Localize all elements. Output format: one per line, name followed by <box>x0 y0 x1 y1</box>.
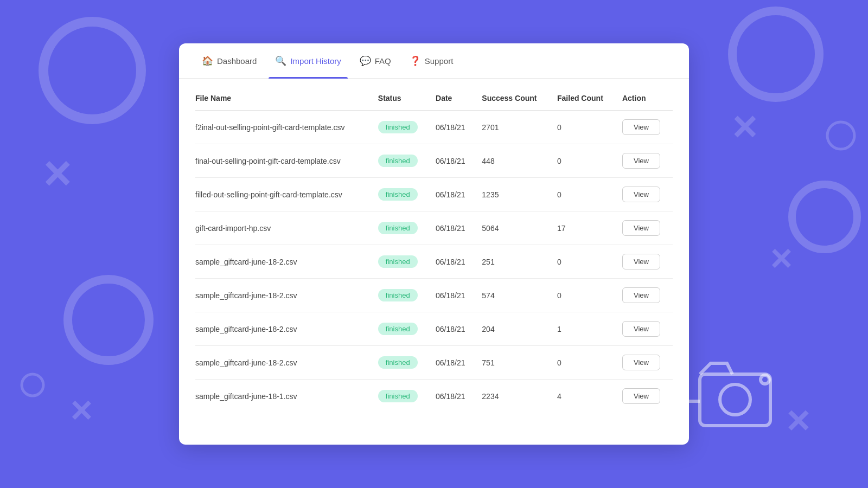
svg-rect-8 <box>700 374 770 426</box>
tab-import-history-icon: 🔍 <box>275 55 286 67</box>
cell-action: View <box>617 245 673 279</box>
cell-status: finished <box>373 346 430 380</box>
col-header-status: Status <box>373 84 430 111</box>
cell-failed-count: 0 <box>552 111 617 144</box>
table-row: f2inal-out-selling-point-gift-card-templ… <box>195 111 673 144</box>
svg-text:×: × <box>43 146 72 200</box>
col-header-failed_count: Failed Count <box>552 84 617 111</box>
status-badge: finished <box>378 255 418 268</box>
col-header-date: Date <box>430 84 476 111</box>
svg-point-4 <box>732 11 819 98</box>
svg-point-10 <box>761 375 769 384</box>
cell-success-count: 2234 <box>476 380 552 413</box>
tab-import-history[interactable]: 🔍Import History <box>269 43 347 79</box>
cell-status: finished <box>373 245 430 279</box>
tab-faq[interactable]: 💬FAQ <box>353 43 398 79</box>
table-row: final-out-selling-point-gift-card-templa… <box>195 144 673 178</box>
view-button[interactable]: View <box>622 187 660 202</box>
svg-point-0 <box>43 22 141 119</box>
table-row: sample_giftcard-june-18-2.csvfinished06/… <box>195 346 673 380</box>
view-button[interactable]: View <box>622 287 660 303</box>
table-row: sample_giftcard-june-18-2.csvfinished06/… <box>195 279 673 312</box>
import-history-table: File NameStatusDateSuccess CountFailed C… <box>195 84 673 413</box>
main-card: 🏠Dashboard🔍Import History💬FAQ❓Support Fi… <box>179 43 689 445</box>
col-header-filename: File Name <box>195 84 373 111</box>
svg-point-17 <box>827 122 854 149</box>
cell-status: finished <box>373 279 430 312</box>
cell-status: finished <box>373 178 430 211</box>
svg-text:×: × <box>787 397 810 442</box>
tab-navigation: 🏠Dashboard🔍Import History💬FAQ❓Support <box>179 43 689 79</box>
tab-support[interactable]: ❓Support <box>403 43 460 79</box>
cell-filename: sample_giftcard-june-18-2.csv <box>195 312 373 346</box>
svg-text:×: × <box>71 389 93 431</box>
col-header-action: Action <box>617 84 673 111</box>
cell-success-count: 751 <box>476 346 552 380</box>
view-button[interactable]: View <box>622 119 660 135</box>
cell-failed-count: 0 <box>552 144 617 178</box>
table-header: File NameStatusDateSuccess CountFailed C… <box>195 84 673 111</box>
status-badge: finished <box>378 323 418 335</box>
cell-success-count: 251 <box>476 245 552 279</box>
cell-action: View <box>617 111 673 144</box>
cell-action: View <box>617 144 673 178</box>
view-button[interactable]: View <box>622 388 660 404</box>
cell-filename: sample_giftcard-june-18-2.csv <box>195 346 373 380</box>
cell-date: 06/18/21 <box>430 380 476 413</box>
header-row: File NameStatusDateSuccess CountFailed C… <box>195 84 673 111</box>
cell-failed-count: 0 <box>552 178 617 211</box>
status-badge: finished <box>378 356 418 369</box>
table-body: f2inal-out-selling-point-gift-card-templ… <box>195 111 673 413</box>
cell-date: 06/18/21 <box>430 211 476 245</box>
svg-point-2 <box>68 279 149 361</box>
cell-filename: sample_giftcard-june-18-1.csv <box>195 380 373 413</box>
cell-filename: final-out-selling-point-gift-card-templa… <box>195 144 373 178</box>
status-badge: finished <box>378 121 418 133</box>
cell-action: View <box>617 178 673 211</box>
table-row: sample_giftcard-june-18-2.csvfinished06/… <box>195 312 673 346</box>
cell-success-count: 204 <box>476 312 552 346</box>
view-button[interactable]: View <box>622 153 660 169</box>
status-badge: finished <box>378 155 418 167</box>
cell-date: 06/18/21 <box>430 346 476 380</box>
table-row: sample_giftcard-june-18-1.csvfinished06/… <box>195 380 673 413</box>
tab-dashboard[interactable]: 🏠Dashboard <box>195 43 263 79</box>
cell-action: View <box>617 211 673 245</box>
cell-date: 06/18/21 <box>430 178 476 211</box>
view-button[interactable]: View <box>622 321 660 337</box>
cell-status: finished <box>373 312 430 346</box>
table-row: sample_giftcard-june-18-2.csvfinished06/… <box>195 245 673 279</box>
cell-failed-count: 0 <box>552 279 617 312</box>
tab-faq-label: FAQ <box>375 56 391 66</box>
tab-dashboard-label: Dashboard <box>217 56 257 66</box>
cell-date: 06/18/21 <box>430 245 476 279</box>
status-badge: finished <box>378 289 418 301</box>
tab-support-label: Support <box>425 56 454 66</box>
cell-failed-count: 17 <box>552 211 617 245</box>
svg-text:×: × <box>732 102 758 150</box>
svg-text:×: × <box>770 237 793 279</box>
svg-point-6 <box>792 184 857 249</box>
cell-status: finished <box>373 144 430 178</box>
status-badge: finished <box>378 188 418 201</box>
tab-faq-icon: 💬 <box>360 55 371 67</box>
view-button[interactable]: View <box>622 220 660 236</box>
cell-filename: sample_giftcard-june-18-2.csv <box>195 245 373 279</box>
tab-dashboard-icon: 🏠 <box>202 55 213 67</box>
tab-support-icon: ❓ <box>410 55 421 67</box>
cell-success-count: 2701 <box>476 111 552 144</box>
cell-success-count: 5064 <box>476 211 552 245</box>
tab-import-history-label: Import History <box>290 56 341 66</box>
cell-failed-count: 4 <box>552 380 617 413</box>
view-button[interactable]: View <box>622 355 660 370</box>
cell-date: 06/18/21 <box>430 144 476 178</box>
cell-filename: sample_giftcard-june-18-2.csv <box>195 279 373 312</box>
cell-success-count: 448 <box>476 144 552 178</box>
cell-failed-count: 0 <box>552 245 617 279</box>
cell-date: 06/18/21 <box>430 312 476 346</box>
view-button[interactable]: View <box>622 254 660 269</box>
cell-action: View <box>617 380 673 413</box>
cell-filename: gift-card-import-hp.csv <box>195 211 373 245</box>
cell-action: View <box>617 312 673 346</box>
col-header-success_count: Success Count <box>476 84 552 111</box>
